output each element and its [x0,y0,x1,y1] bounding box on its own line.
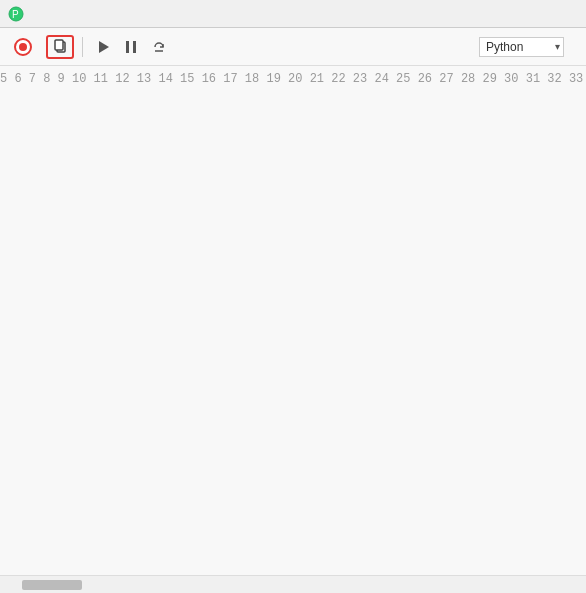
maximize-button[interactable] [522,4,548,24]
close-button[interactable] [552,4,578,24]
playwright-icon: P [8,6,24,22]
toolbar-separator [82,37,83,57]
toolbar: Python JavaScript TypeScript C# Java [0,28,586,66]
svg-text:P: P [12,9,19,20]
resume-button[interactable] [91,35,115,59]
play-icon [95,39,111,55]
target-select[interactable]: Python JavaScript TypeScript C# Java [479,37,564,57]
window-controls [492,4,578,24]
toolbar-right: Python JavaScript TypeScript C# Java [473,37,578,57]
record-icon [14,38,32,56]
scrollbar-thumb-h[interactable] [22,580,82,590]
record-button[interactable] [8,34,42,60]
title-bar: P [0,0,586,28]
code-area: 5 6 7 8 9 10 11 12 13 14 15 16 17 18 19 … [0,66,586,575]
svg-rect-3 [55,40,63,50]
menu-button[interactable] [570,45,578,49]
svg-marker-4 [99,41,109,53]
copy-button[interactable] [46,35,74,59]
minimize-button[interactable] [492,4,518,24]
pause-icon [123,39,139,55]
step-over-button[interactable] [147,35,171,59]
pause-button[interactable] [119,35,143,59]
target-select-wrapper[interactable]: Python JavaScript TypeScript C# Java [479,37,564,57]
line-numbers: 5 6 7 8 9 10 11 12 13 14 15 16 17 18 19 … [0,66,586,575]
svg-rect-5 [126,41,129,53]
svg-rect-6 [133,41,136,53]
copy-icon [52,39,68,55]
step-over-icon [151,39,167,55]
horizontal-scrollbar[interactable] [0,575,586,593]
